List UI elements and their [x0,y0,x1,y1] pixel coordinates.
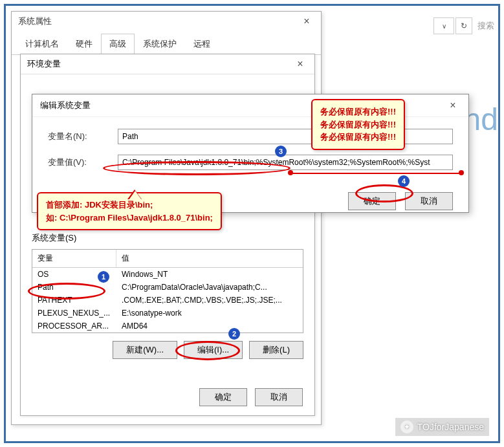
annotation-add-head: 首部添加: JDK安装目录\bin; 如: C:\Program Files\J… [37,192,222,230]
editvar-ok-button[interactable]: 确定 [348,192,396,210]
envvar-ok-button[interactable]: 确定 [199,388,247,406]
close-icon[interactable]: × [292,58,308,70]
refresh-icon[interactable]: ↻ [455,17,472,34]
col-variable[interactable]: 变量 [32,250,116,267]
tab-advanced[interactable]: 高级 [101,34,135,55]
underline-end-dot [459,170,464,175]
new-var-button[interactable]: 新建(W)... [113,341,177,359]
step-marker-2: 2 [228,328,240,340]
var-value-input[interactable] [118,155,453,170]
wechat-icon: ✦ [400,420,413,433]
tab-computer-name[interactable]: 计算机名 [17,34,67,54]
delete-var-button[interactable]: 删除(L) [249,341,303,359]
sysvar-table: 变量 值 OS Windows_NT Path C:\ProgramData\O… [32,249,303,333]
tab-system-protection[interactable]: 系统保护 [135,34,185,54]
editvar-cancel-button[interactable]: 取消 [405,192,453,210]
table-row[interactable]: PROCESSOR_AR... AMD64 [32,320,303,333]
addressbar-dropdown[interactable]: ∨ [433,17,454,34]
underline-start-dot [288,170,293,175]
step-marker-4: 4 [398,175,410,187]
table-row[interactable]: OS Windows_NT [32,268,303,281]
tab-hardware[interactable]: 硬件 [67,34,101,54]
table-row[interactable]: PATHEXT .COM;.EXE;.BAT;.CMD;.VBS;.VBE;.J… [32,294,303,307]
sysprop-title: 系统属性 [18,16,52,27]
envvar-cancel-button[interactable]: 取消 [255,388,303,406]
system-variables-section: 系统变量(S) 变量 值 OS Windows_NT Path C:\Progr… [32,232,303,359]
screenshot-frame: ∨ ↻ 搜索 nd 系统属性 × 计算机名 硬件 高级 系统保护 远程 环境变量… [4,4,500,443]
close-icon[interactable]: × [299,16,314,27]
edit-var-button[interactable]: 编辑(I)... [184,341,243,359]
var-name-label: 变量名(N): [48,131,118,142]
col-value[interactable]: 值 [116,250,303,267]
table-row-path[interactable]: Path C:\ProgramData\Oracle\Java\javapath… [32,281,303,294]
sysprop-tabs: 计算机名 硬件 高级 系统保护 远程 [12,34,321,55]
close-icon[interactable]: × [445,100,461,111]
sysvar-section-label: 系统变量(S) [32,232,303,244]
table-row[interactable]: PLEXUS_NEXUS_... E:\sonatype-work [32,307,303,320]
envvar-title: 环境变量 [27,58,61,70]
watermark: ✦ TOJforJapanese [395,418,489,436]
watermark-text: TOJforJapanese [417,422,484,432]
tab-remote[interactable]: 远程 [185,34,219,54]
var-value-label: 变量值(V): [48,157,118,168]
highlight-existing-value [290,173,461,174]
step-marker-1: 1 [98,271,109,283]
search-hint: 搜索 [475,17,498,34]
annotation-keep-content: 务必保留原有内容!!! 务必保留原有内容!!! 务必保留原有内容!!! [311,99,405,150]
editvar-title: 编辑系统变量 [40,100,91,111]
step-marker-3: 3 [275,146,287,157]
